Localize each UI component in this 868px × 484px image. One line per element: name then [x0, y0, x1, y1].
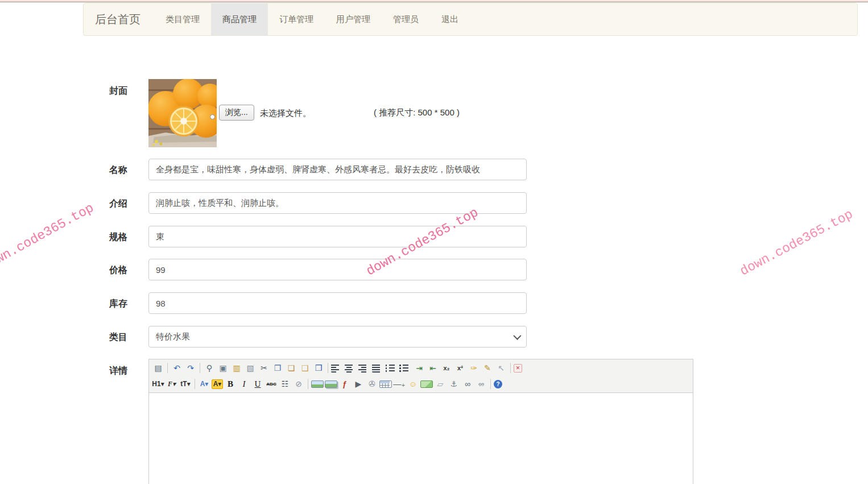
- category-select-value: 特价水果: [156, 332, 190, 342]
- align-justify-icon[interactable]: [372, 363, 385, 373]
- source-icon[interactable]: ▤: [152, 361, 164, 375]
- editor-toolbar-row-1: ▤↶↷⚲▣▥▧✂❐❏❑❒⇥⇤x₂x²✑✎↖✕: [150, 360, 692, 376]
- nav-item-order[interactable]: 订单管理: [268, 3, 325, 35]
- underline-icon[interactable]: U: [251, 377, 264, 391]
- top-accent-strip: [0, 0, 868, 2]
- link-icon[interactable]: ∞: [461, 377, 474, 391]
- fullscreen-icon[interactable]: ✕: [514, 364, 522, 373]
- price-input[interactable]: [148, 259, 527, 280]
- cover-label: 封面: [109, 85, 127, 97]
- pagebreak-icon[interactable]: ▱: [434, 377, 447, 391]
- attachment-icon[interactable]: ✇: [366, 377, 378, 391]
- file-input-dot: [210, 114, 215, 119]
- fontsize-dropdown-icon[interactable]: tT▾: [179, 377, 192, 391]
- intro-input[interactable]: [148, 192, 527, 214]
- strikethrough-icon[interactable]: ABC: [265, 377, 278, 391]
- toolbar-separator: [328, 363, 328, 373]
- map-icon[interactable]: [420, 380, 433, 388]
- stock-input[interactable]: [148, 292, 527, 314]
- fontname-dropdown-icon[interactable]: F▾: [166, 377, 178, 391]
- table-icon[interactable]: [379, 380, 392, 388]
- redo-icon[interactable]: ↷: [184, 361, 197, 375]
- remove-format-icon[interactable]: ⊘: [292, 377, 305, 391]
- unlink-icon[interactable]: ∞: [475, 377, 487, 391]
- image-icon[interactable]: [311, 380, 324, 388]
- nav-item-category[interactable]: 类目管理: [154, 3, 211, 35]
- copy-icon[interactable]: ❐: [271, 361, 284, 375]
- bold-icon[interactable]: B: [224, 377, 237, 391]
- subscript-icon[interactable]: x₂: [440, 361, 453, 375]
- intro-label: 介绍: [109, 198, 127, 210]
- multi-image-icon[interactable]: [325, 380, 337, 388]
- align-left-icon[interactable]: [331, 363, 344, 373]
- paste-text-icon[interactable]: ❑: [299, 361, 311, 375]
- superscript-icon[interactable]: x²: [454, 361, 466, 375]
- emoticons-icon[interactable]: ☺: [407, 377, 419, 391]
- horizontal-rule-icon[interactable]: —₊: [393, 377, 406, 391]
- rich-text-editor: ▤↶↷⚲▣▥▧✂❐❏❑❒⇥⇤x₂x²✑✎↖✕ H1▾F▾tT▾A▾A▾BIUAB…: [148, 359, 693, 484]
- lineheight-icon[interactable]: ☷: [279, 377, 291, 391]
- code-icon[interactable]: ▧: [244, 361, 257, 375]
- nav-brand-home[interactable]: 后台首页: [84, 3, 154, 35]
- spec-input[interactable]: [148, 226, 527, 247]
- editor-toolbar-row-2: H1▾F▾tT▾A▾A▾BIUABC☷⊘ƒ▶✇—₊☺▱⚓∞∞?: [150, 376, 692, 392]
- recommended-size-hint: ( 推荐尺寸: 500 * 500 ): [374, 107, 460, 118]
- navbar: 后台首页 类目管理商品管理订单管理用户管理管理员退出: [83, 3, 858, 36]
- toolbar-separator: [167, 363, 168, 373]
- price-label: 价格: [109, 264, 127, 276]
- category-label: 类目: [109, 332, 127, 344]
- nav-item-product[interactable]: 商品管理: [211, 3, 268, 35]
- clear-html-icon[interactable]: ✑: [468, 361, 480, 375]
- toolbar-separator: [308, 379, 308, 389]
- media-icon[interactable]: ▶: [352, 377, 365, 391]
- stock-label: 库存: [109, 298, 127, 310]
- detail-label: 详情: [109, 365, 127, 377]
- align-right-icon[interactable]: [358, 363, 371, 373]
- outdent-icon[interactable]: ⇤: [427, 361, 439, 375]
- select-all-icon[interactable]: ↖: [495, 361, 507, 375]
- forecolor-icon[interactable]: A▾: [198, 377, 210, 391]
- unordered-list-icon[interactable]: [399, 363, 412, 373]
- toolbar-separator: [200, 363, 200, 373]
- watermark: down.code365.top: [0, 201, 96, 275]
- indent-icon[interactable]: ⇥: [413, 361, 425, 375]
- quick-format-icon[interactable]: ✎: [481, 361, 494, 375]
- hilitecolor-icon[interactable]: A▾: [212, 379, 223, 389]
- toolbar-separator: [195, 379, 195, 389]
- undo-icon[interactable]: ↶: [171, 361, 183, 375]
- editor-toolbar: ▤↶↷⚲▣▥▧✂❐❏❑❒⇥⇤x₂x²✑✎↖✕ H1▾F▾tT▾A▾A▾BIUAB…: [149, 359, 693, 393]
- italic-icon[interactable]: I: [238, 377, 250, 391]
- category-select[interactable]: 特价水果: [148, 326, 527, 348]
- paste-word-icon[interactable]: ❒: [312, 361, 325, 375]
- heading-dropdown-icon[interactable]: H1▾: [152, 377, 164, 391]
- align-center-icon[interactable]: [345, 363, 357, 373]
- browse-file-button[interactable]: 浏览...: [219, 105, 254, 121]
- toolbar-separator: [490, 379, 491, 389]
- no-file-selected-text: 未选择文件。: [260, 108, 311, 119]
- ordered-list-icon[interactable]: [386, 363, 398, 373]
- template-icon[interactable]: ▥: [230, 361, 243, 375]
- watermark: down.code365.top: [738, 207, 855, 279]
- spec-label: 规格: [109, 231, 127, 243]
- chevron-down-icon: [513, 332, 521, 340]
- preview-icon[interactable]: ⚲: [203, 361, 216, 375]
- name-label: 名称: [109, 164, 127, 176]
- nav-item-user[interactable]: 用户管理: [325, 3, 382, 35]
- cut-icon[interactable]: ✂: [258, 361, 270, 375]
- cover-image: [148, 79, 217, 147]
- editor-content-area[interactable]: [149, 393, 693, 484]
- name-input[interactable]: [148, 159, 527, 180]
- anchor-icon[interactable]: ⚓: [448, 377, 460, 391]
- toolbar-separator: [510, 363, 511, 373]
- nav-item-logout[interactable]: 退出: [430, 3, 470, 35]
- nav-item-admin[interactable]: 管理员: [382, 3, 430, 35]
- print-icon[interactable]: ▣: [217, 361, 229, 375]
- flash-icon[interactable]: ƒ: [338, 377, 351, 391]
- about-icon[interactable]: ?: [494, 380, 502, 388]
- paste-icon[interactable]: ❏: [285, 361, 297, 375]
